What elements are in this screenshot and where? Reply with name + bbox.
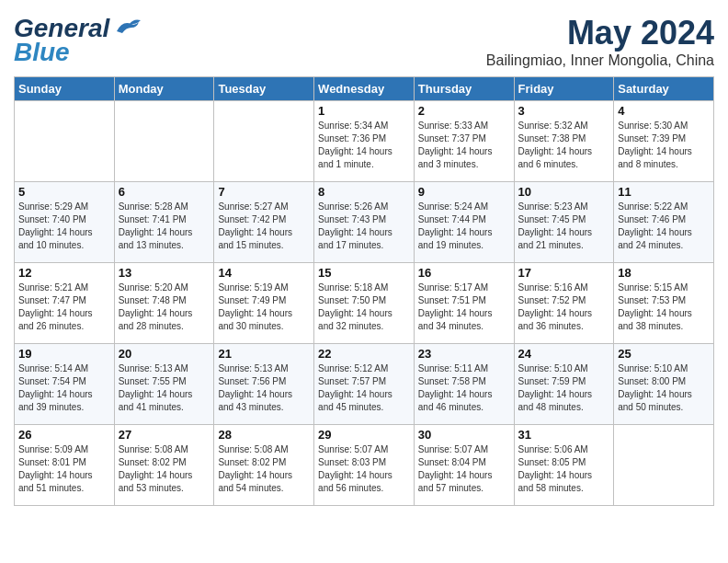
day-info: Sunrise: 5:07 AMSunset: 8:03 PMDaylight:… <box>318 443 410 495</box>
day-number: 31 <box>518 428 610 442</box>
calendar-cell: 19Sunrise: 5:14 AMSunset: 7:54 PMDayligh… <box>15 344 115 425</box>
day-info: Sunrise: 5:30 AMSunset: 7:39 PMDaylight:… <box>618 120 710 171</box>
day-number: 30 <box>418 428 510 442</box>
calendar-cell: 27Sunrise: 5:08 AMSunset: 8:02 PMDayligh… <box>114 425 214 506</box>
calendar-cell: 11Sunrise: 5:22 AMSunset: 7:46 PMDayligh… <box>614 182 714 263</box>
calendar-header-row: SundayMondayTuesdayWednesdayThursdayFrid… <box>15 77 714 101</box>
day-number: 9 <box>418 185 510 199</box>
calendar-cell: 14Sunrise: 5:19 AMSunset: 7:49 PMDayligh… <box>214 263 314 344</box>
day-info: Sunrise: 5:23 AMSunset: 7:45 PMDaylight:… <box>518 201 610 252</box>
calendar-cell: 22Sunrise: 5:12 AMSunset: 7:57 PMDayligh… <box>314 344 415 425</box>
day-number: 25 <box>618 347 710 361</box>
calendar-week-2: 5Sunrise: 5:29 AMSunset: 7:40 PMDaylight… <box>15 182 714 263</box>
calendar-cell: 4Sunrise: 5:30 AMSunset: 7:39 PMDaylight… <box>614 101 714 182</box>
day-info: Sunrise: 5:16 AMSunset: 7:52 PMDaylight:… <box>518 282 610 333</box>
day-number: 23 <box>418 347 510 361</box>
page-header: General Blue May 2024 Bailingmiao, Inner… <box>14 14 714 69</box>
day-number: 18 <box>618 266 710 280</box>
logo: General Blue <box>14 14 142 67</box>
day-info: Sunrise: 5:19 AMSunset: 7:49 PMDaylight:… <box>218 282 310 333</box>
day-number: 12 <box>18 266 110 280</box>
calendar-table: SundayMondayTuesdayWednesdayThursdayFrid… <box>14 76 714 506</box>
calendar-week-3: 12Sunrise: 5:21 AMSunset: 7:47 PMDayligh… <box>15 263 714 344</box>
calendar-cell: 17Sunrise: 5:16 AMSunset: 7:52 PMDayligh… <box>514 263 614 344</box>
calendar-cell: 26Sunrise: 5:09 AMSunset: 8:01 PMDayligh… <box>15 425 115 506</box>
calendar-cell: 21Sunrise: 5:13 AMSunset: 7:56 PMDayligh… <box>214 344 314 425</box>
day-info: Sunrise: 5:27 AMSunset: 7:42 PMDaylight:… <box>218 201 310 252</box>
day-info: Sunrise: 5:13 AMSunset: 7:55 PMDaylight:… <box>119 362 210 414</box>
day-info: Sunrise: 5:21 AMSunset: 7:47 PMDaylight:… <box>18 282 110 333</box>
day-info: Sunrise: 5:07 AMSunset: 8:04 PMDaylight:… <box>418 443 510 495</box>
calendar-cell <box>114 101 214 182</box>
calendar-cell: 7Sunrise: 5:27 AMSunset: 7:42 PMDaylight… <box>214 182 314 263</box>
day-info: Sunrise: 5:32 AMSunset: 7:38 PMDaylight:… <box>518 120 610 171</box>
calendar-cell: 2Sunrise: 5:33 AMSunset: 7:37 PMDaylight… <box>414 101 514 182</box>
day-number: 11 <box>618 185 710 199</box>
calendar-cell: 10Sunrise: 5:23 AMSunset: 7:45 PMDayligh… <box>514 182 614 263</box>
day-number: 14 <box>218 266 310 280</box>
calendar-cell: 20Sunrise: 5:13 AMSunset: 7:55 PMDayligh… <box>114 344 214 425</box>
title-block: May 2024 Bailingmiao, Inner Mongolia, Ch… <box>486 14 714 69</box>
day-header-saturday: Saturday <box>614 77 714 101</box>
day-number: 8 <box>318 185 410 199</box>
calendar-cell: 24Sunrise: 5:10 AMSunset: 7:59 PMDayligh… <box>514 344 614 425</box>
calendar-cell: 12Sunrise: 5:21 AMSunset: 7:47 PMDayligh… <box>15 263 115 344</box>
day-header-friday: Friday <box>514 77 614 101</box>
day-info: Sunrise: 5:08 AMSunset: 8:02 PMDaylight:… <box>218 443 310 495</box>
calendar-cell: 5Sunrise: 5:29 AMSunset: 7:40 PMDaylight… <box>15 182 115 263</box>
day-number: 27 <box>119 428 210 442</box>
logo-bird-icon <box>113 18 142 39</box>
day-number: 5 <box>18 185 110 199</box>
day-header-monday: Monday <box>114 77 214 101</box>
calendar-cell: 3Sunrise: 5:32 AMSunset: 7:38 PMDaylight… <box>514 101 614 182</box>
day-number: 21 <box>218 347 310 361</box>
day-info: Sunrise: 5:24 AMSunset: 7:44 PMDaylight:… <box>418 201 510 252</box>
day-number: 4 <box>618 104 710 118</box>
day-info: Sunrise: 5:22 AMSunset: 7:46 PMDaylight:… <box>618 201 710 252</box>
calendar-cell: 25Sunrise: 5:10 AMSunset: 8:00 PMDayligh… <box>614 344 714 425</box>
day-info: Sunrise: 5:34 AMSunset: 7:36 PMDaylight:… <box>318 120 410 171</box>
day-number: 16 <box>418 266 510 280</box>
day-info: Sunrise: 5:10 AMSunset: 7:59 PMDaylight:… <box>518 362 610 414</box>
day-info: Sunrise: 5:11 AMSunset: 7:58 PMDaylight:… <box>418 362 510 414</box>
calendar-cell: 23Sunrise: 5:11 AMSunset: 7:58 PMDayligh… <box>414 344 514 425</box>
calendar-cell: 1Sunrise: 5:34 AMSunset: 7:36 PMDaylight… <box>314 101 415 182</box>
day-info: Sunrise: 5:28 AMSunset: 7:41 PMDaylight:… <box>119 201 210 252</box>
calendar-cell: 9Sunrise: 5:24 AMSunset: 7:44 PMDaylight… <box>414 182 514 263</box>
day-info: Sunrise: 5:33 AMSunset: 7:37 PMDaylight:… <box>418 120 510 171</box>
calendar-cell: 18Sunrise: 5:15 AMSunset: 7:53 PMDayligh… <box>614 263 714 344</box>
calendar-cell: 15Sunrise: 5:18 AMSunset: 7:50 PMDayligh… <box>314 263 415 344</box>
day-number: 7 <box>218 185 310 199</box>
calendar-cell <box>614 425 714 506</box>
day-number: 28 <box>218 428 310 442</box>
calendar-cell: 30Sunrise: 5:07 AMSunset: 8:04 PMDayligh… <box>414 425 514 506</box>
day-number: 24 <box>518 347 610 361</box>
day-number: 17 <box>518 266 610 280</box>
day-info: Sunrise: 5:10 AMSunset: 8:00 PMDaylight:… <box>618 362 710 414</box>
calendar-cell: 6Sunrise: 5:28 AMSunset: 7:41 PMDaylight… <box>114 182 214 263</box>
day-info: Sunrise: 5:20 AMSunset: 7:48 PMDaylight:… <box>119 282 210 333</box>
day-header-sunday: Sunday <box>15 77 115 101</box>
calendar-cell: 8Sunrise: 5:26 AMSunset: 7:43 PMDaylight… <box>314 182 415 263</box>
day-info: Sunrise: 5:06 AMSunset: 8:05 PMDaylight:… <box>518 443 610 495</box>
calendar-cell: 28Sunrise: 5:08 AMSunset: 8:02 PMDayligh… <box>214 425 314 506</box>
day-header-tuesday: Tuesday <box>214 77 314 101</box>
day-number: 3 <box>518 104 610 118</box>
day-info: Sunrise: 5:29 AMSunset: 7:40 PMDaylight:… <box>18 201 110 252</box>
day-number: 2 <box>418 104 510 118</box>
day-number: 26 <box>18 428 110 442</box>
day-number: 13 <box>119 266 210 280</box>
day-info: Sunrise: 5:18 AMSunset: 7:50 PMDaylight:… <box>318 282 410 333</box>
day-info: Sunrise: 5:08 AMSunset: 8:02 PMDaylight:… <box>119 443 210 495</box>
calendar-cell <box>15 101 115 182</box>
calendar-cell: 16Sunrise: 5:17 AMSunset: 7:51 PMDayligh… <box>414 263 514 344</box>
day-number: 1 <box>318 104 410 118</box>
calendar-week-5: 26Sunrise: 5:09 AMSunset: 8:01 PMDayligh… <box>15 425 714 506</box>
day-info: Sunrise: 5:13 AMSunset: 7:56 PMDaylight:… <box>218 362 310 414</box>
calendar-week-4: 19Sunrise: 5:14 AMSunset: 7:54 PMDayligh… <box>15 344 714 425</box>
day-header-wednesday: Wednesday <box>314 77 415 101</box>
day-header-thursday: Thursday <box>414 77 514 101</box>
calendar-cell <box>214 101 314 182</box>
day-info: Sunrise: 5:12 AMSunset: 7:57 PMDaylight:… <box>318 362 410 414</box>
calendar-week-1: 1Sunrise: 5:34 AMSunset: 7:36 PMDaylight… <box>15 101 714 182</box>
